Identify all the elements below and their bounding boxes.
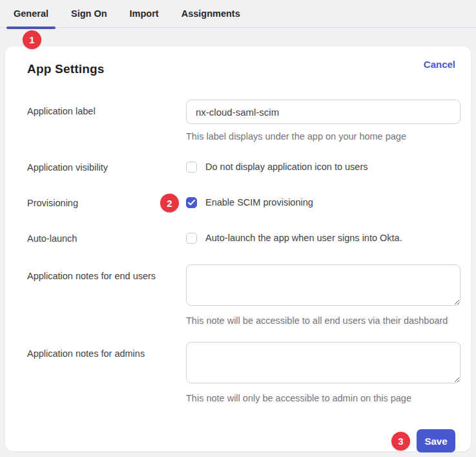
row-auto-launch: Auto-launch Auto-launch the app when use… [22, 233, 455, 244]
notes-admins-label: Application notes for admins [27, 342, 186, 359]
row-application-visibility: Application visibility Do not display ap… [22, 162, 455, 173]
application-label-helper: This label displays under the app on you… [186, 131, 460, 142]
application-visibility-label: Application visibility [27, 162, 186, 173]
card-header: App Settings Cancel [22, 62, 455, 76]
auto-launch-option-label: Auto-launch the app when user signs into… [205, 233, 402, 244]
notes-admins-helper: This note will only be accessible to adm… [186, 392, 460, 404]
provisioning-checkbox[interactable] [186, 197, 197, 208]
page-title: App Settings [27, 62, 105, 76]
notes-end-users-label: Application notes for end users [27, 264, 186, 282]
row-application-label: Application label This label displays un… [22, 100, 455, 142]
annotation-badge-1: 1 [23, 30, 41, 49]
visibility-option-label: Do not display application icon to users [205, 162, 367, 173]
notes-end-users-helper: This note will be accessible to all end … [186, 315, 460, 326]
row-notes-end-users: Application notes for end users This not… [22, 264, 455, 326]
application-label-label: Application label [27, 100, 186, 117]
provisioning-option-label: Enable SCIM provisioning [205, 197, 313, 208]
tab-sign-on[interactable]: Sign On [64, 0, 114, 28]
tab-bar: General Sign On Import Assignments [0, 0, 476, 28]
application-label-input[interactable] [186, 100, 460, 124]
save-row: 3 Save [22, 429, 455, 452]
cancel-link[interactable]: Cancel [424, 59, 455, 70]
tab-assignments[interactable]: Assignments [174, 0, 247, 28]
auto-launch-label: Auto-launch [27, 233, 186, 244]
checkmark-icon [188, 200, 195, 206]
notes-end-users-textarea[interactable] [186, 264, 460, 306]
notes-admins-textarea[interactable] [186, 342, 460, 383]
visibility-checkbox[interactable] [186, 162, 197, 173]
annotation-badge-2: 2 [160, 193, 179, 212]
annotation-badge-3: 3 [391, 432, 410, 451]
row-notes-admins: Application notes for admins This note w… [22, 342, 455, 404]
auto-launch-checkbox[interactable] [186, 233, 197, 244]
tab-import[interactable]: Import [123, 0, 166, 28]
tab-general[interactable]: General [6, 0, 56, 28]
row-provisioning: Provisioning 2 Enable SCIM provisioning [22, 197, 455, 209]
app-settings-card: App Settings Cancel Application label Th… [5, 47, 471, 451]
save-button[interactable]: Save [417, 429, 455, 452]
